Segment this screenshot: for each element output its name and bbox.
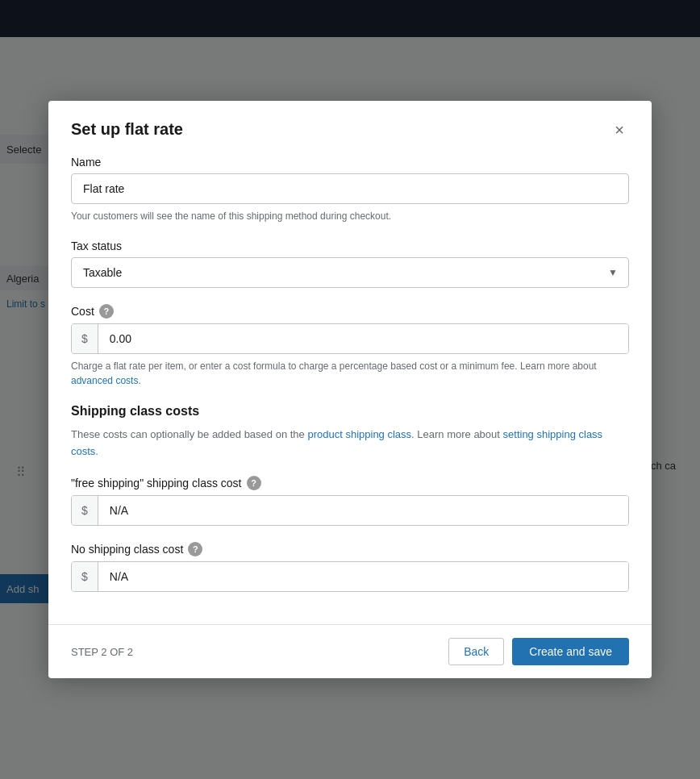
advanced-costs-link[interactable]: advanced costs	[71, 375, 138, 386]
no-shipping-class-cost-group: No shipping class cost ? $	[71, 542, 629, 592]
cost-hint: Charge a flat rate per item, or enter a …	[71, 359, 629, 388]
tax-status-label: Tax status	[71, 240, 629, 252]
cost-field-group: Cost ? $ Charge a flat rate per item, or…	[71, 304, 629, 388]
step-indicator: STEP 2 OF 2	[71, 646, 133, 658]
modal-close-button[interactable]: ×	[610, 120, 629, 140]
cost-help-icon[interactable]: ?	[99, 304, 114, 319]
name-field-group: Name Your customers will see the name of…	[71, 156, 629, 223]
cost-label-row: Cost ?	[71, 304, 629, 319]
footer-buttons: Back Create and save	[448, 638, 629, 665]
shipping-class-costs-desc: These costs can optionally be added base…	[71, 427, 629, 460]
modal-title: Set up flat rate	[71, 120, 183, 139]
product-shipping-class-link[interactable]: product shipping class	[307, 428, 411, 440]
free-shipping-currency-prefix: $	[72, 496, 98, 525]
cost-currency-prefix: $	[72, 324, 98, 353]
flat-rate-modal: Set up flat rate × Name Your customers w…	[48, 101, 652, 679]
tax-status-field-group: Tax status Taxable None ▼	[71, 240, 629, 288]
modal-footer: STEP 2 OF 2 Back Create and save	[48, 624, 652, 678]
tax-status-select[interactable]: Taxable None	[71, 257, 629, 288]
free-shipping-input-wrapper: $	[71, 495, 629, 526]
free-shipping-label-row: "free shipping" shipping class cost ?	[71, 476, 629, 490]
cost-input[interactable]	[98, 324, 628, 353]
cost-input-wrapper: $	[71, 323, 629, 354]
tax-status-select-wrapper: Taxable None ▼	[71, 257, 629, 288]
create-and-save-button[interactable]: Create and save	[512, 638, 629, 665]
free-shipping-input[interactable]	[98, 496, 628, 525]
no-shipping-input[interactable]	[98, 562, 628, 591]
name-hint: Your customers will see the name of this…	[71, 209, 629, 223]
name-label: Name	[71, 156, 629, 169]
free-shipping-class-cost-group: "free shipping" shipping class cost ? $	[71, 476, 629, 526]
modal-overlay: Set up flat rate × Name Your customers w…	[0, 0, 700, 779]
no-shipping-help-icon[interactable]: ?	[188, 542, 202, 556]
shipping-class-costs-title: Shipping class costs	[71, 404, 629, 419]
name-input[interactable]	[71, 173, 629, 204]
no-shipping-label-row: No shipping class cost ?	[71, 542, 629, 556]
modal-header: Set up flat rate ×	[48, 101, 652, 140]
no-shipping-input-wrapper: $	[71, 561, 629, 592]
back-button[interactable]: Back	[448, 638, 504, 665]
free-shipping-help-icon[interactable]: ?	[247, 476, 261, 490]
modal-body: Name Your customers will see the name of…	[48, 140, 652, 625]
no-shipping-currency-prefix: $	[72, 562, 98, 591]
shipping-class-costs-section: Shipping class costs These costs can opt…	[71, 404, 629, 593]
